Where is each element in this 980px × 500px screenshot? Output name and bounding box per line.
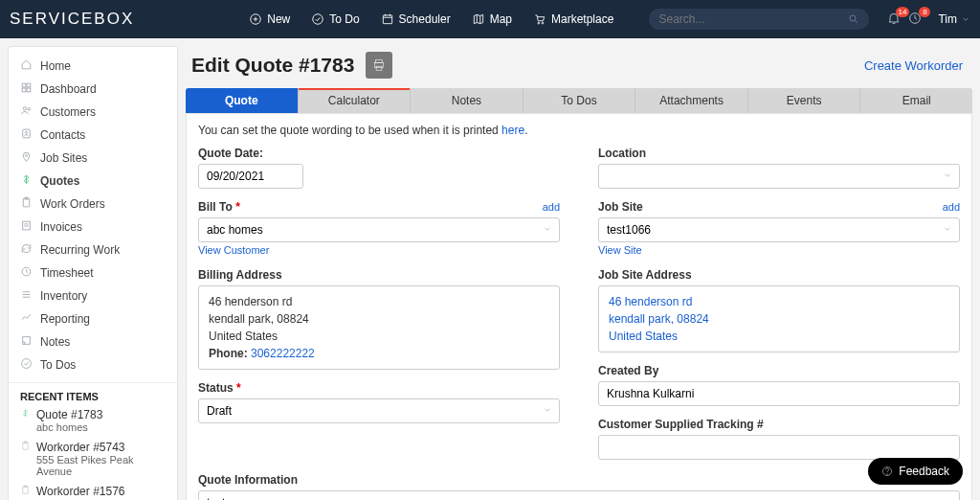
svg-point-12 <box>542 22 544 24</box>
dollar-icon <box>20 408 31 421</box>
tab-email[interactable]: Email <box>860 88 972 113</box>
phone-link[interactable]: 3062222222 <box>251 347 315 360</box>
jobsite-addr-line[interactable]: kendall park, 08824 <box>609 312 709 326</box>
notification-bell-2[interactable]: 8 <box>907 11 923 29</box>
quote-date-input[interactable] <box>198 164 303 189</box>
tab-quote[interactable]: Quote <box>186 88 299 113</box>
notification-bell-1[interactable]: 14 <box>886 11 902 29</box>
calendar-icon <box>381 12 394 26</box>
brand-logo: SERVICEBOX <box>10 10 134 29</box>
sidebar-item-workorders[interactable]: Work Orders <box>9 193 177 216</box>
sidebar-item-home[interactable]: Home <box>9 55 177 78</box>
sidebar-item-dashboard[interactable]: Dashboard <box>9 78 177 101</box>
sidebar-item-timesheet[interactable]: Timesheet <box>9 261 177 284</box>
top-bar: SERVICEBOX New To Do Scheduler Map Marke… <box>0 0 980 38</box>
search-input[interactable] <box>658 12 848 26</box>
svg-marker-8 <box>474 14 482 23</box>
print-button[interactable] <box>366 52 392 79</box>
sidebar-item-customers[interactable]: Customers <box>9 101 177 124</box>
tab-notes[interactable]: Notes <box>411 88 523 113</box>
sidebar-item-todos[interactable]: To Dos <box>9 353 177 376</box>
view-site-link[interactable]: View Site <box>598 244 642 256</box>
sidebar-item-invoices[interactable]: Invoices <box>9 216 177 239</box>
feedback-button[interactable]: Feedback <box>868 458 963 485</box>
topmenu-scheduler[interactable]: Scheduler <box>381 12 451 26</box>
field-status: Status * <box>198 381 560 423</box>
label-location: Location <box>598 147 960 160</box>
job-site-select[interactable] <box>598 217 960 242</box>
top-search[interactable] <box>649 9 869 30</box>
jobsite-addr-line[interactable]: United States <box>609 330 678 343</box>
clipboard-icon <box>20 196 33 212</box>
clipboard-icon <box>20 485 31 498</box>
sidebar-item-recurring[interactable]: Recurring Work <box>9 239 177 261</box>
sidebar-item-label: Customers <box>40 105 96 119</box>
plus-circle-icon <box>249 12 262 26</box>
svg-rect-49 <box>376 66 382 70</box>
contact-icon <box>20 127 33 143</box>
sidebar-item-label: Invoices <box>40 220 82 234</box>
svg-line-14 <box>856 21 858 24</box>
topmenu-map[interactable]: Map <box>472 12 512 26</box>
topmenu-label: Scheduler <box>399 12 451 26</box>
svg-rect-17 <box>22 83 26 87</box>
sidebar-item-jobsites[interactable]: Job Sites <box>9 147 177 170</box>
sidebar-item-label: Reporting <box>40 312 90 326</box>
tab-todos[interactable]: To Dos <box>523 88 636 113</box>
add-job-site-link[interactable]: add <box>943 201 960 213</box>
svg-rect-47 <box>376 60 383 63</box>
tab-events[interactable]: Events <box>748 88 861 113</box>
printer-icon <box>372 58 386 72</box>
note-icon <box>20 334 33 350</box>
field-quote-date: Quote Date: <box>198 147 560 189</box>
invoice-icon <box>20 219 33 235</box>
tab-attachments[interactable]: Attachments <box>635 88 748 113</box>
field-jobsite-address: Job Site Address 46 henderson rd kendall… <box>598 268 960 352</box>
topmenu-new[interactable]: New <box>249 12 290 26</box>
hint-link[interactable]: here <box>501 124 524 137</box>
sidebar-item-inventory[interactable]: Inventory <box>9 284 177 307</box>
sidebar-item-notes[interactable]: Notes <box>9 330 177 353</box>
field-job-site: Job Site add View Site <box>598 200 960 257</box>
bill-to-select[interactable] <box>198 217 560 242</box>
topmenu-label: To Do <box>329 12 359 26</box>
users-icon <box>20 104 33 120</box>
sidebar-item-reporting[interactable]: Reporting <box>9 307 177 330</box>
clipboard-icon <box>20 441 31 454</box>
topmenu-todo[interactable]: To Do <box>311 12 359 26</box>
recent-item[interactable]: Quote #1783 abc homes <box>9 406 177 439</box>
quote-info-textarea[interactable] <box>198 490 960 500</box>
recent-item[interactable]: Workorder #5743 555 East Pikes Peak Aven… <box>9 439 177 483</box>
field-tracking: Customer Supplied Tracking # <box>598 418 960 460</box>
svg-point-11 <box>538 22 540 24</box>
create-workorder-link[interactable]: Create Workorder <box>864 58 963 73</box>
svg-point-36 <box>22 359 32 369</box>
svg-point-24 <box>25 131 27 133</box>
sidebar-item-label: Recurring Work <box>40 243 120 257</box>
sidebar-item-label: Timesheet <box>40 266 94 280</box>
svg-rect-35 <box>23 337 31 345</box>
recent-title: Workorder #5743 <box>36 441 125 454</box>
created-by-input[interactable] <box>598 381 960 406</box>
map-icon <box>472 12 485 26</box>
search-icon <box>848 13 859 25</box>
svg-point-21 <box>23 107 26 110</box>
add-bill-to-link[interactable]: add <box>543 201 560 213</box>
location-select[interactable] <box>598 164 960 189</box>
tab-calculator[interactable]: Calculator <box>299 88 412 113</box>
main-content: Edit Quote #1783 Create Workorder Quote … <box>186 46 972 500</box>
tracking-input[interactable] <box>598 435 960 460</box>
field-location: Location <box>598 147 960 189</box>
sidebar-item-label: Contacts <box>40 128 85 142</box>
jobsite-addr-line[interactable]: 46 henderson rd <box>609 295 692 308</box>
topmenu-marketplace[interactable]: Marketplace <box>533 12 613 26</box>
user-menu[interactable]: Tim <box>938 12 970 26</box>
recent-sub: abc homes <box>20 421 166 433</box>
sidebar-item-contacts[interactable]: Contacts <box>9 124 177 147</box>
svg-rect-19 <box>22 88 26 92</box>
status-select[interactable] <box>198 398 560 423</box>
label-jobsite-address: Job Site Address <box>598 268 960 282</box>
recent-item[interactable]: Workorder #1576 HQ1 - HQ HQ <box>9 483 177 500</box>
sidebar-item-quotes[interactable]: Quotes <box>9 170 177 193</box>
view-customer-link[interactable]: View Customer <box>198 244 269 256</box>
